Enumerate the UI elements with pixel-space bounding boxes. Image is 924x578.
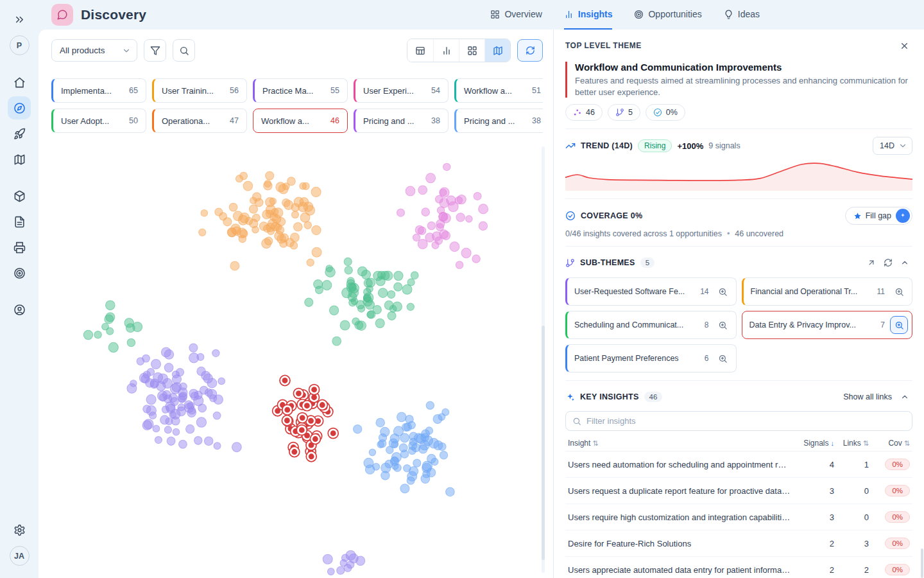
insight-dot[interactable] [266, 171, 274, 180]
grid-view-button[interactable] [459, 39, 484, 62]
insight-dot[interactable] [180, 383, 187, 390]
highlighted-insight-dot[interactable] [306, 451, 316, 462]
search-button[interactable] [173, 39, 195, 62]
insight-dot[interactable] [146, 379, 155, 388]
insight-dot[interactable] [196, 417, 206, 427]
insight-dot[interactable] [176, 407, 185, 416]
expand-subthemes-button[interactable] [864, 255, 879, 270]
insights-cluster-map[interactable] [48, 144, 543, 578]
insight-dot[interactable] [400, 484, 409, 493]
sidebar-expand-button[interactable] [8, 8, 31, 31]
insight-dot[interactable] [162, 390, 171, 399]
insight-dot[interactable] [388, 290, 395, 298]
column-header-signals[interactable]: Signals↓ [796, 439, 834, 448]
insight-dot[interactable] [322, 281, 332, 290]
theme-chip[interactable]: Pricing and ...38 [454, 109, 543, 133]
sidebar-item-launch[interactable] [8, 122, 31, 145]
filter-insights-input[interactable] [586, 416, 905, 426]
insight-dot[interactable] [450, 242, 459, 252]
subtheme-card[interactable]: Scheduling and Communicat...8 [565, 311, 737, 339]
panel-scrollbar[interactable] [921, 548, 923, 578]
insight-dot[interactable] [440, 451, 447, 459]
insight-dot[interactable] [275, 231, 284, 240]
insight-dot[interactable] [344, 564, 352, 572]
insight-dot[interactable] [262, 210, 271, 219]
column-header-cov[interactable]: Cov⇅ [869, 439, 910, 448]
insight-dot[interactable] [425, 233, 434, 242]
insight-dot[interactable] [232, 442, 242, 452]
insight-dot[interactable] [426, 173, 436, 183]
sidebar-settings-button[interactable] [8, 518, 31, 541]
theme-chip[interactable]: Workflow a...46 [253, 109, 348, 133]
insight-dot[interactable] [438, 414, 445, 421]
insight-dot[interactable] [223, 218, 232, 226]
insight-dot[interactable] [349, 299, 356, 306]
subtheme-card[interactable]: Financial and Operational Tr...11 [742, 277, 913, 306]
insight-dot[interactable] [210, 394, 217, 401]
insight-dot[interactable] [199, 229, 206, 236]
insight-dot[interactable] [155, 436, 162, 443]
insight-dot[interactable] [427, 222, 435, 229]
filter-button[interactable] [144, 39, 166, 62]
insight-dot[interactable] [347, 277, 354, 285]
subtheme-zoom-button[interactable] [714, 349, 732, 367]
sidebar-item-roadmap[interactable] [8, 148, 31, 171]
theme-chip[interactable]: Workflow a...51 [454, 78, 543, 103]
insight-dot[interactable] [164, 363, 173, 372]
theme-chip[interactable]: Pricing and ...38 [354, 109, 449, 133]
insight-dot[interactable] [189, 344, 198, 352]
insight-dot[interactable] [332, 337, 341, 346]
insight-dot[interactable] [364, 288, 372, 296]
insight-dot[interactable] [179, 440, 187, 448]
insight-dot[interactable] [379, 439, 386, 447]
insight-dot[interactable] [312, 247, 321, 257]
insight-dot[interactable] [153, 425, 160, 432]
highlighted-insight-dot[interactable] [296, 425, 307, 435]
column-header-insight[interactable]: Insight⇅ [568, 439, 796, 448]
fill-gap-button[interactable]: Fill gap [845, 207, 912, 225]
insight-dot[interactable] [479, 222, 487, 230]
insight-dot[interactable] [189, 389, 198, 398]
insight-dot[interactable] [341, 554, 348, 561]
insight-dot[interactable] [107, 328, 114, 335]
insight-dot[interactable] [311, 187, 321, 197]
highlighted-insight-dot[interactable] [280, 375, 290, 385]
insight-dot[interactable] [164, 426, 171, 434]
insight-dot[interactable] [381, 463, 391, 473]
product-filter-select[interactable]: All products [51, 39, 137, 62]
highlighted-insight-dot[interactable] [328, 428, 338, 439]
theme-chip[interactable]: Operationa...47 [152, 109, 247, 133]
insight-dot[interactable] [204, 437, 213, 446]
insight-dot[interactable] [150, 412, 157, 419]
insight-dot[interactable] [170, 398, 178, 406]
insight-dot[interactable] [456, 261, 463, 269]
highlighted-insight-dot[interactable] [289, 446, 300, 457]
insight-dot[interactable] [407, 477, 415, 484]
insight-dot[interactable] [167, 437, 175, 445]
insight-dot[interactable] [144, 419, 153, 429]
insight-row[interactable]: Desire for Feature-Rich Solutions230% [565, 530, 912, 557]
insight-dot[interactable] [143, 405, 151, 413]
highlighted-insight-dot[interactable] [317, 399, 327, 410]
tab-insights[interactable]: Insights [564, 0, 613, 30]
insight-dot[interactable] [266, 198, 275, 207]
insight-dot[interactable] [201, 209, 208, 216]
show-all-links[interactable]: Show all links [843, 392, 892, 401]
insight-dot[interactable] [413, 234, 420, 241]
insight-dot[interactable] [356, 301, 364, 309]
insight-dot[interactable] [393, 426, 403, 436]
insight-dot[interactable] [207, 378, 217, 388]
insight-dot[interactable] [352, 318, 359, 325]
insight-dot[interactable] [479, 204, 488, 214]
insight-dot[interactable] [423, 471, 430, 478]
insight-dot[interactable] [304, 222, 312, 229]
tab-ideas[interactable]: Ideas [724, 0, 760, 30]
insight-dot[interactable] [472, 255, 480, 263]
insight-dot[interactable] [300, 213, 310, 222]
insight-dot[interactable] [194, 436, 203, 444]
insight-dot[interactable] [376, 277, 385, 286]
sidebar-item-reports[interactable] [8, 236, 31, 259]
trend-range-select[interactable]: 14D [873, 137, 912, 155]
insight-dot[interactable] [212, 349, 219, 356]
insight-dot[interactable] [415, 225, 424, 234]
